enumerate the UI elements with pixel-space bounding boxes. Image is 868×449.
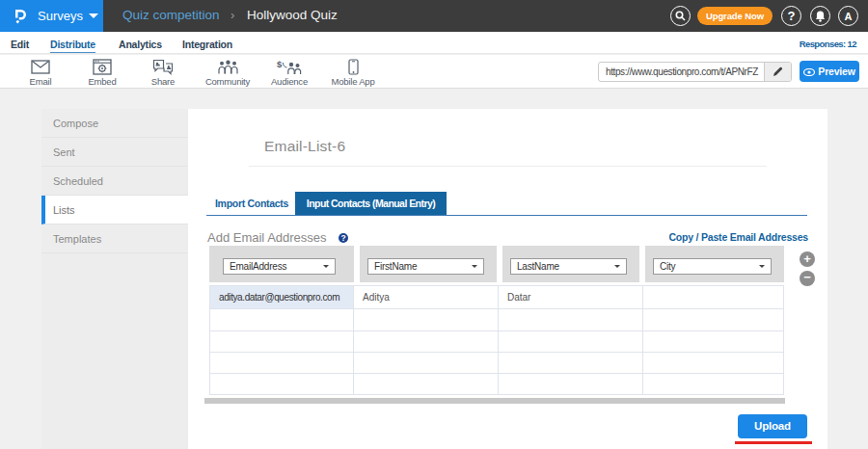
svg-text:$: $	[277, 59, 283, 69]
